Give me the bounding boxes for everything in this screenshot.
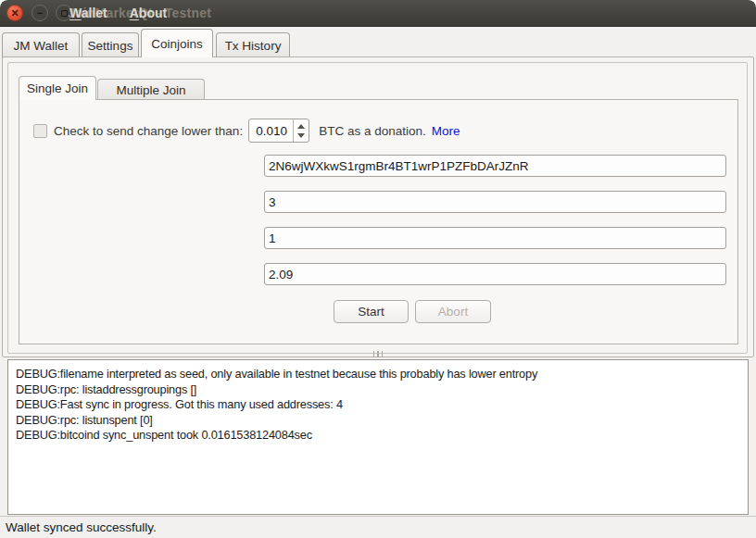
debug-log[interactable]: DEBUG:filename interpreted as seed, only… xyxy=(7,359,749,515)
menubar: Wallet About xyxy=(69,6,167,20)
log-line: DEBUG:filename interpreted as seed, only… xyxy=(16,367,740,382)
minimize-icon: − xyxy=(37,8,43,19)
log-line: DEBUG:rpc: listaddressgroupings [] xyxy=(16,382,740,398)
minimize-button[interactable]: − xyxy=(32,5,48,21)
donation-checkbox-label: Check to send change lower than: xyxy=(54,124,243,138)
maximize-icon xyxy=(61,10,68,17)
more-link[interactable]: More xyxy=(432,124,460,138)
splitter-handle[interactable] xyxy=(369,350,387,357)
status-bar: Wallet synced successfully. xyxy=(0,516,756,538)
spin-up-icon[interactable] xyxy=(297,124,305,129)
close-button[interactable]: ✕ xyxy=(6,5,23,21)
main-tab-bar: JM Wallet Settings Coinjoins Tx History xyxy=(0,28,756,57)
donation-row: Check to send change lower than: BTC as … xyxy=(33,119,460,143)
tab-coinjoins[interactable]: Coinjoins xyxy=(141,29,213,57)
recipient-address-input[interactable] xyxy=(264,155,726,177)
log-line: DEBUG:bitcoind sync_unspent took 0.01615… xyxy=(16,428,740,444)
spin-down-icon[interactable] xyxy=(297,133,305,138)
tab-jm-wallet[interactable]: JM Wallet xyxy=(2,32,80,57)
start-button[interactable]: Start xyxy=(334,300,409,323)
abort-button: Abort xyxy=(415,300,491,323)
tab-single-join[interactable]: Single Join xyxy=(19,76,96,100)
close-icon: ✕ xyxy=(10,8,19,19)
log-line: DEBUG:Fast sync in progress. Got this ma… xyxy=(16,397,740,413)
titlebar[interactable]: ✕ − JoinMarketQt - Testnet Wallet About xyxy=(0,0,756,27)
spinner-arrows[interactable] xyxy=(293,119,309,142)
mixdepth-input[interactable] xyxy=(264,227,726,249)
tab-settings[interactable]: Settings xyxy=(82,32,139,57)
donation-spinbox[interactable] xyxy=(248,119,309,143)
tab-tx-history[interactable]: Tx History xyxy=(216,32,290,57)
menu-item-wallet[interactable]: Wallet xyxy=(69,6,107,20)
donation-suffix-label: BTC as a donation. xyxy=(319,124,426,138)
log-line: DEBUG:rpc: listunspent [0] xyxy=(16,413,740,429)
app-window: ✕ − JoinMarketQt - Testnet Wallet About … xyxy=(0,0,756,538)
menu-item-about[interactable]: About xyxy=(130,6,167,20)
donation-checkbox[interactable] xyxy=(33,124,47,138)
tab-multiple-join[interactable]: Multiple Join xyxy=(97,79,205,100)
donation-amount-input[interactable] xyxy=(249,119,293,142)
amount-input[interactable] xyxy=(264,263,726,285)
counterparties-input[interactable] xyxy=(264,191,726,213)
status-message: Wallet synced successfully. xyxy=(0,520,157,534)
